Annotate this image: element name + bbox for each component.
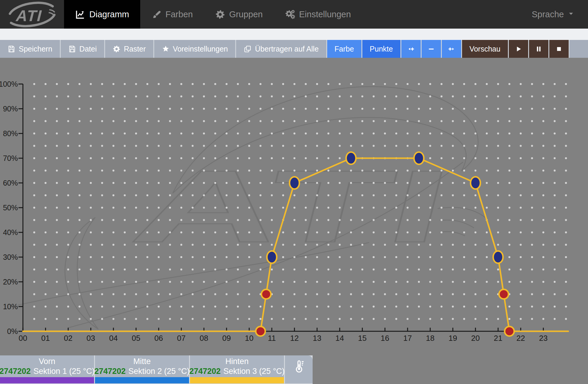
svg-text:20: 20 xyxy=(471,334,480,343)
toolbar-button-stop[interactable] xyxy=(549,40,569,58)
section-tab-hinten[interactable]: Hinten 2747202Sektion 3 (25 °C) xyxy=(190,355,284,383)
chart-toolbar: Speichern Datei Raster Voreinstellungen … xyxy=(0,40,588,58)
section-color-bar xyxy=(0,377,94,383)
navbar-spacer xyxy=(362,0,532,29)
svg-text:13: 13 xyxy=(313,334,322,343)
svg-text:ATI: ATI xyxy=(14,7,44,24)
toolbar-button-farbe[interactable]: Farbe xyxy=(327,40,361,58)
device-number: 2747202 xyxy=(94,367,126,376)
language-menu[interactable]: Sprache xyxy=(532,0,588,29)
svg-text:18: 18 xyxy=(426,334,435,343)
temperature-tab[interactable] xyxy=(285,355,313,383)
diagram-chart-area: ATI 0%10%20%30%40%50%60%70%80%90%100%000… xyxy=(0,58,588,355)
svg-text:50%: 50% xyxy=(3,203,18,212)
curve-point-blue[interactable] xyxy=(414,152,424,164)
curve-point-blue[interactable] xyxy=(267,251,277,263)
svg-text:01: 01 xyxy=(41,334,50,343)
curve-point-red[interactable] xyxy=(256,327,265,336)
toolbar-button-voreinstellungen[interactable]: Voreinstellungen xyxy=(154,40,235,58)
top-navbar: ATI Diagramm Farben Gruppen Einstellunge… xyxy=(0,0,588,29)
toolbar-button-datei[interactable]: Datei xyxy=(61,40,104,58)
toolbar-button-minus[interactable] xyxy=(422,40,441,58)
x-axis-labels: 0001020304050607080910111213141516171819… xyxy=(19,334,548,343)
curve-point-blue[interactable] xyxy=(290,177,300,189)
diagram-canvas[interactable]: ATI 0%10%20%30%40%50%60%70%80%90%100%000… xyxy=(0,58,588,355)
svg-text:90%: 90% xyxy=(3,105,18,113)
pause-icon xyxy=(535,45,543,53)
curve-point-blue[interactable] xyxy=(471,177,481,189)
section-tab-title: Hinten xyxy=(225,357,249,366)
star-icon xyxy=(162,45,170,53)
svg-text:30%: 30% xyxy=(3,253,18,261)
toolbar-button-speichern[interactable]: Speichern xyxy=(0,40,60,58)
nav-item-label: Farben xyxy=(166,10,193,19)
section-tab-text: Mitte 2747202Sektion 2 (25 °C) xyxy=(95,355,189,377)
toolbar-button-pause[interactable] xyxy=(529,40,548,58)
svg-text:10: 10 xyxy=(245,334,254,343)
toolbar-filler xyxy=(570,40,588,58)
svg-text:80%: 80% xyxy=(3,129,18,138)
section-tab-title: Mitte xyxy=(133,357,151,366)
gear-icon xyxy=(215,9,225,20)
svg-text:09: 09 xyxy=(222,334,231,343)
section-label: Sektion 1 (25 °C) xyxy=(33,367,95,376)
nav-item-label: Einstellungen xyxy=(299,10,351,19)
section-tab-mitte[interactable]: Mitte 2747202Sektion 2 (25 °C) xyxy=(95,355,189,383)
section-color-bar xyxy=(190,377,284,383)
curve-point-blue[interactable] xyxy=(346,152,356,164)
section-tab-subtitle: 2747202Sektion 1 (25 °C) xyxy=(0,366,95,376)
section-tab-vorn[interactable]: Vorn 2747202Sektion 1 (25 °C) xyxy=(0,355,94,383)
section-tab-subtitle: 2747202Sektion 2 (25 °C) xyxy=(94,366,190,376)
section-tabs: Vorn 2747202Sektion 1 (25 °C) Mitte 2747… xyxy=(0,355,313,384)
toolbar-button-move-right-add[interactable] xyxy=(442,40,461,58)
toolbar-button-vorschau[interactable]: Vorschau xyxy=(462,40,508,58)
svg-text:07: 07 xyxy=(177,334,186,343)
svg-text:06: 06 xyxy=(155,334,163,343)
toolbar-button-play[interactable] xyxy=(509,40,528,58)
play-icon xyxy=(514,45,523,53)
curve-point-red[interactable] xyxy=(499,290,509,299)
language-label: Sprache xyxy=(532,10,564,19)
stop-icon xyxy=(555,45,563,53)
toolbar-button-punkte[interactable]: Punkte xyxy=(362,40,400,58)
device-number: 2747202 xyxy=(189,367,221,376)
toolbar-button-move-left-add[interactable] xyxy=(401,40,421,58)
svg-text:02: 02 xyxy=(64,334,73,343)
toolbar-button-label: Vorschau xyxy=(470,45,500,53)
gear-icon xyxy=(113,45,121,53)
curve-point-red[interactable] xyxy=(505,327,514,336)
toolbar-button-label: Datei xyxy=(79,45,97,53)
curve-point-red[interactable] xyxy=(261,290,271,299)
nav-item-farben[interactable]: Farben xyxy=(140,0,204,29)
minus-icon xyxy=(427,45,435,53)
nav-item-label: Diagramm xyxy=(89,10,129,19)
svg-text:14: 14 xyxy=(336,334,344,343)
svg-text:0%: 0% xyxy=(7,327,18,335)
svg-text:04: 04 xyxy=(109,334,118,343)
svg-text:21: 21 xyxy=(494,334,503,343)
move-left-add-icon xyxy=(407,45,415,53)
ati-logo: ATI xyxy=(0,0,64,29)
svg-text:12: 12 xyxy=(290,334,299,343)
svg-text:19: 19 xyxy=(449,334,457,343)
section-tab-title: Vorn xyxy=(39,357,55,366)
nav-item-einstellungen[interactable]: Einstellungen xyxy=(274,0,362,29)
svg-text:40%: 40% xyxy=(3,228,18,237)
nav-item-diagramm[interactable]: Diagramm xyxy=(64,0,140,29)
section-tab-bar: Vorn 2747202Sektion 1 (25 °C) Mitte 2747… xyxy=(0,355,588,384)
toolbar-button-ubertragen-auf-alle[interactable]: Übertragen auf Alle xyxy=(236,40,326,58)
svg-text:70%: 70% xyxy=(3,154,18,162)
floppy-icon xyxy=(68,45,76,53)
toolbar-button-label: Speichern xyxy=(19,45,52,53)
curve-point-blue[interactable] xyxy=(493,251,503,263)
svg-text:60%: 60% xyxy=(3,179,18,187)
toolbar-button-raster[interactable]: Raster xyxy=(105,40,153,58)
main-navigation: Diagramm Farben Gruppen Einstellungen xyxy=(64,0,362,29)
svg-text:15: 15 xyxy=(358,334,367,343)
caret-down-icon xyxy=(567,10,575,19)
bottom-filler xyxy=(313,355,588,384)
header-divider-band xyxy=(0,29,588,40)
move-right-add-icon xyxy=(447,45,456,53)
nav-item-gruppen[interactable]: Gruppen xyxy=(204,0,274,29)
svg-text:20%: 20% xyxy=(3,278,18,286)
